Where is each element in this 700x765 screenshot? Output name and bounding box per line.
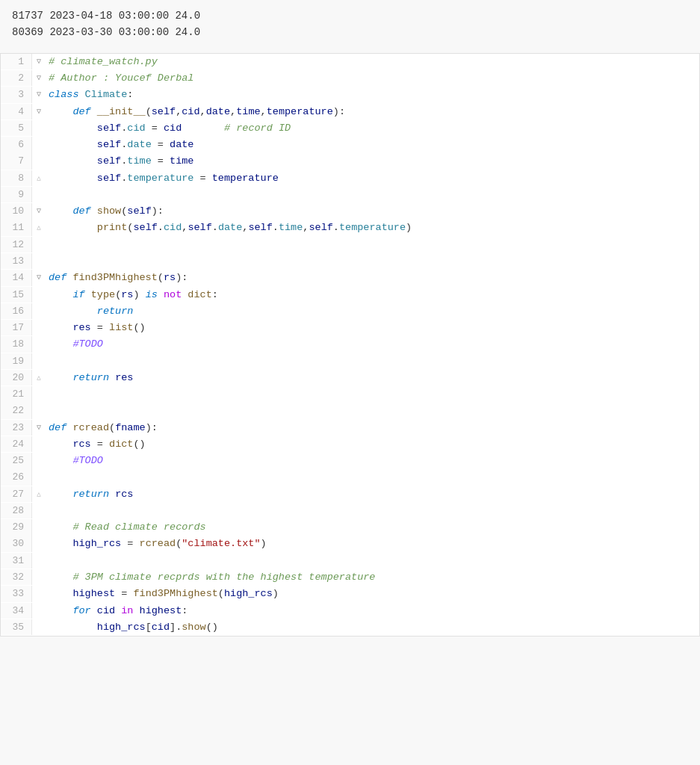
line-num: 34 xyxy=(1,603,32,619)
fold-icon[interactable]: △ xyxy=(32,370,46,384)
code-content[interactable]: # 3PM climate recprds with the highest t… xyxy=(46,569,699,586)
table-row: 7 self.time = time xyxy=(1,153,699,170)
line-num: 33 xyxy=(1,586,32,601)
fold-icon xyxy=(32,336,46,337)
line-num: 25 xyxy=(1,453,32,468)
line-num: 10 xyxy=(1,203,32,219)
code-content[interactable]: #TODO xyxy=(46,453,699,469)
line-num: 12 xyxy=(1,237,32,253)
code-content[interactable] xyxy=(46,503,699,519)
code-content[interactable]: def __init__(self,cid,date,time,temperat… xyxy=(46,104,699,120)
code-content[interactable]: def find3PMhighest(rs): xyxy=(46,270,699,286)
table-row: 22 xyxy=(1,403,699,419)
table-row: 11 △ print(self.cid,self.date,self.time,… xyxy=(1,220,699,236)
code-content[interactable]: class Climate: xyxy=(46,87,699,103)
line-num: 28 xyxy=(1,503,32,518)
code-content[interactable]: return res xyxy=(46,370,699,386)
output-line-2: 80369 2023-03-30 03:00:00 24.0 xyxy=(12,24,688,40)
code-table: 1 ▽ # climate_watch.py 2 ▽ # Author : Yo… xyxy=(1,54,699,636)
table-row: 17 res = list() xyxy=(1,320,699,336)
line-num: 4 xyxy=(1,104,32,120)
code-content[interactable]: # Author : Youcef Derbal xyxy=(46,70,699,87)
fold-icon xyxy=(32,519,46,520)
code-content[interactable]: # climate_watch.py xyxy=(46,54,699,70)
line-num: 26 xyxy=(1,469,32,485)
table-row: 12 xyxy=(1,237,699,253)
code-content[interactable] xyxy=(46,403,699,419)
line-num: 2 xyxy=(1,70,32,86)
fold-icon xyxy=(32,536,46,536)
line-num: 29 xyxy=(1,519,32,535)
code-content[interactable]: for cid in highest: xyxy=(46,603,699,619)
table-row: 31 xyxy=(1,553,699,569)
fold-icon[interactable]: ▽ xyxy=(32,70,46,85)
code-content[interactable]: if type(rs) is not dict: xyxy=(46,287,699,303)
code-content[interactable] xyxy=(46,353,699,370)
code-content[interactable]: self.temperature = temperature xyxy=(46,170,699,187)
line-num: 30 xyxy=(1,536,32,551)
line-num: 23 xyxy=(1,420,32,436)
fold-icon xyxy=(32,137,46,137)
table-row: 24 rcs = dict() xyxy=(1,436,699,453)
code-content[interactable]: highest = find3PMhighest(high_rcs) xyxy=(46,586,699,602)
table-row: 26 xyxy=(1,469,699,486)
line-num: 15 xyxy=(1,287,32,303)
line-num: 31 xyxy=(1,553,32,569)
fold-icon xyxy=(32,353,46,354)
code-content[interactable]: high_rcs[cid].show() xyxy=(46,619,699,636)
table-row: 28 xyxy=(1,503,699,519)
code-content[interactable]: def rcread(fname): xyxy=(46,420,699,436)
fold-icon[interactable]: ▽ xyxy=(32,203,46,218)
line-num: 27 xyxy=(1,486,32,502)
fold-icon[interactable]: ▽ xyxy=(32,87,46,102)
fold-icon[interactable]: ▽ xyxy=(32,54,46,69)
fold-icon[interactable]: △ xyxy=(32,220,46,234)
line-num: 5 xyxy=(1,120,32,136)
line-num: 18 xyxy=(1,336,32,352)
code-content[interactable]: self.cid = cid # record ID xyxy=(46,120,699,137)
code-content[interactable] xyxy=(46,253,699,270)
table-row: 2 ▽ # Author : Youcef Derbal xyxy=(1,70,699,87)
line-num: 17 xyxy=(1,320,32,335)
code-content[interactable]: res = list() xyxy=(46,320,699,336)
fold-icon[interactable]: △ xyxy=(32,486,46,501)
fold-icon[interactable]: △ xyxy=(32,170,46,185)
fold-icon[interactable]: ▽ xyxy=(32,270,46,285)
code-content[interactable]: return xyxy=(46,303,699,320)
code-content[interactable]: #TODO xyxy=(46,336,699,353)
fold-icon xyxy=(32,586,46,586)
line-num: 9 xyxy=(1,187,32,202)
fold-icon xyxy=(32,253,46,254)
table-row: 9 xyxy=(1,187,699,203)
line-num: 1 xyxy=(1,54,32,69)
code-content[interactable]: def show(self): xyxy=(46,203,699,220)
table-row: 3 ▽ class Climate: xyxy=(1,87,699,103)
code-content[interactable]: high_rcs = rcread("climate.txt") xyxy=(46,536,699,552)
code-content[interactable] xyxy=(46,469,699,486)
code-content[interactable] xyxy=(46,386,699,403)
table-row: 5 self.cid = cid # record ID xyxy=(1,120,699,137)
code-content[interactable]: rcs = dict() xyxy=(46,436,699,453)
fold-icon[interactable]: ▽ xyxy=(32,420,46,435)
code-content[interactable]: # Read climate records xyxy=(46,519,699,536)
table-row: 13 xyxy=(1,253,699,270)
table-row: 23 ▽ def rcread(fname): xyxy=(1,420,699,436)
table-row: 33 highest = find3PMhighest(high_rcs) xyxy=(1,586,699,602)
code-content[interactable]: print(self.cid,self.date,self.time,self.… xyxy=(46,220,699,236)
fold-icon xyxy=(32,320,46,320)
code-content[interactable]: self.time = time xyxy=(46,153,699,170)
table-row: 1 ▽ # climate_watch.py xyxy=(1,54,699,70)
code-content[interactable] xyxy=(46,553,699,569)
code-content[interactable] xyxy=(46,237,699,253)
code-content[interactable]: self.date = date xyxy=(46,137,699,153)
fold-icon[interactable]: ▽ xyxy=(32,104,46,119)
line-num: 14 xyxy=(1,270,32,285)
code-content[interactable] xyxy=(46,187,699,203)
output-line-1: 81737 2023-04-18 03:00:00 24.0 xyxy=(12,7,688,24)
table-row: 15 if type(rs) is not dict: xyxy=(1,287,699,303)
line-num: 19 xyxy=(1,353,32,369)
table-row: 10 ▽ def show(self): xyxy=(1,203,699,220)
fold-icon xyxy=(32,237,46,238)
code-content[interactable]: return rcs xyxy=(46,486,699,503)
line-num: 24 xyxy=(1,436,32,452)
